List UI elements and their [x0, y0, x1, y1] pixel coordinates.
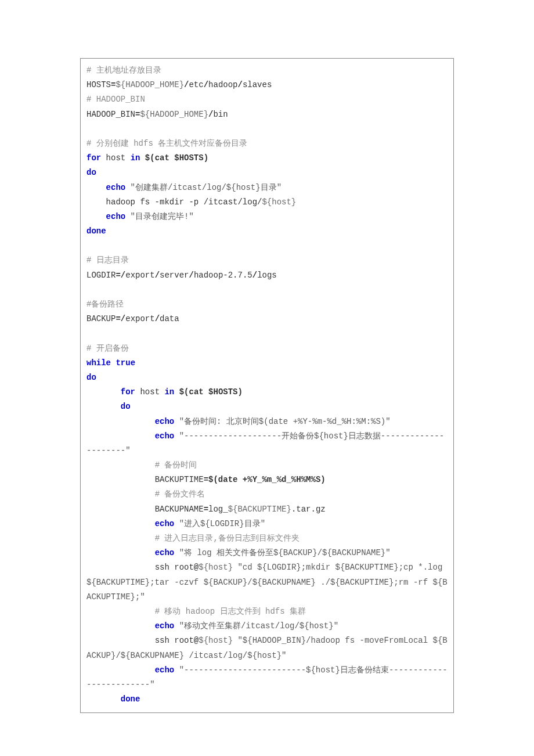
code-text	[86, 431, 155, 441]
code-keyword: done	[86, 226, 106, 236]
code-text: =	[204, 505, 208, 514]
code-text: HOSTS	[86, 80, 111, 89]
code-text: logs	[257, 271, 277, 280]
code-text	[86, 548, 155, 557]
code-keyword: echo	[155, 431, 175, 441]
code-comment: # 开启备份	[86, 344, 129, 353]
code-text: server	[160, 271, 189, 280]
code-text: /	[155, 314, 160, 323]
code-keyword: while	[86, 358, 111, 368]
code-text: ${HADOOP_HOME}	[116, 80, 184, 89]
code-comment: #备份路径	[86, 300, 124, 309]
code-string: "进入${LOGDIR}目录"	[174, 519, 265, 528]
code-text: /	[204, 80, 208, 89]
code-text: LOGDIR	[86, 271, 116, 280]
code-block-frame: # 主机地址存放目录 HOSTS=${HADOOP_HOME}/etc/hado…	[80, 58, 454, 713]
code-comment: # 备份时间	[155, 460, 197, 470]
code-text: ${BACKUPTIME}	[228, 505, 291, 514]
code-text: host	[135, 387, 164, 397]
code-string: "创建集群/itcast/log/${host}目录"	[125, 183, 282, 192]
code-comment: # 主机地址存放目录	[86, 66, 161, 75]
code-text: hadoop fs -mkdir -p /itcast/log/	[86, 197, 262, 207]
code-text: ${host}	[199, 563, 233, 572]
code-text: =	[204, 475, 208, 484]
code-text: bin	[213, 110, 228, 119]
code-comment: # 分别创建 hdfs 各主机文件对应备份目录	[86, 139, 247, 148]
code-text: HADOOP_BIN	[86, 110, 135, 119]
code-comment: # 进入日志目录,备份日志到目标文件夹	[155, 534, 300, 543]
code-text	[86, 460, 155, 470]
code-text: /	[189, 271, 193, 280]
code-text: ssh root	[86, 563, 194, 572]
code-keyword: for	[86, 153, 101, 163]
code-keyword: do	[86, 373, 96, 382]
code-text	[86, 534, 155, 543]
code-keyword: done	[121, 694, 140, 704]
code-text: =	[116, 314, 120, 323]
code-text: /	[121, 314, 125, 323]
document-page: # 主机地址存放目录 HOSTS=${HADOOP_HOME}/etc/hado…	[0, 0, 534, 756]
code-keyword: echo	[155, 548, 175, 557]
code-string: "移动文件至集群/itcast/log/${host}"	[174, 621, 338, 631]
code-text: hadoop-2.7.5	[194, 271, 252, 280]
code-text: BACKUPNAME	[86, 505, 204, 514]
code-text: BACKUPTIME	[86, 475, 204, 484]
code-comment: # 备份文件名	[155, 489, 205, 499]
code-text: @	[194, 636, 199, 645]
code-keyword: in	[164, 387, 174, 397]
code-keyword: echo	[106, 183, 126, 192]
code-text	[86, 607, 155, 616]
code-keyword: echo	[106, 212, 126, 221]
code-text	[86, 519, 155, 528]
code-text: export	[125, 271, 154, 280]
code-text: $(date +%Y_%m_%d_%H%M%S)	[208, 475, 326, 484]
code-text	[140, 153, 145, 163]
code-text	[86, 387, 121, 397]
shell-script-code: # 主机地址存放目录 HOSTS=${HADOOP_HOME}/etc/hado…	[86, 63, 448, 707]
code-string: "备份时间: 北京时间$(date +%Y-%m-%d_%H:%M:%S)"	[174, 417, 390, 426]
code-text: slaves	[243, 80, 272, 89]
code-text	[86, 402, 121, 411]
code-text	[86, 183, 106, 192]
code-text	[174, 387, 179, 397]
code-text: log_	[208, 505, 228, 514]
code-text: .tar.gz	[291, 505, 326, 514]
code-text: /	[238, 80, 243, 89]
code-text: @	[194, 563, 199, 572]
code-text	[86, 621, 155, 631]
code-keyword: in	[131, 153, 140, 163]
code-text	[86, 417, 155, 426]
code-string: "将 log 相关文件备份至${BACKUP}/${BACKUPNAME}"	[174, 548, 390, 557]
code-text: ${host}	[262, 197, 296, 207]
code-text: ${HADOOP_HOME}	[140, 110, 208, 119]
code-text	[86, 212, 106, 221]
code-keyword: do	[86, 168, 96, 177]
code-string: "目录创建完毕!"	[125, 212, 194, 221]
code-text: /	[121, 271, 125, 280]
code-keyword: do	[121, 402, 131, 411]
code-text: /	[252, 271, 257, 280]
code-comment: # 日志目录	[86, 255, 129, 265]
code-text: $(cat $HOSTS)	[179, 387, 243, 397]
code-text	[86, 489, 155, 499]
code-text: ssh root	[86, 636, 194, 645]
code-text: =	[116, 271, 120, 280]
code-keyword: echo	[155, 417, 175, 426]
code-text: host	[101, 153, 130, 163]
code-text: export	[125, 314, 154, 323]
code-text: $(cat $HOSTS)	[145, 153, 208, 163]
code-text	[86, 665, 155, 675]
code-text	[86, 694, 121, 704]
code-text: hadoop	[208, 80, 237, 89]
code-keyword: echo	[155, 621, 175, 631]
code-text: ${host}	[199, 636, 233, 645]
code-keyword: for	[121, 387, 135, 397]
code-text: data	[160, 314, 179, 323]
code-comment: # 移动 hadoop 日志文件到 hdfs 集群	[155, 607, 306, 616]
code-comment: # HADOOP_BIN	[86, 95, 145, 104]
code-keyword: echo	[155, 519, 175, 528]
code-text: BACKUP	[86, 314, 116, 323]
code-text: /	[155, 271, 160, 280]
code-text: etc	[189, 80, 203, 89]
code-keyword: true	[116, 358, 135, 368]
